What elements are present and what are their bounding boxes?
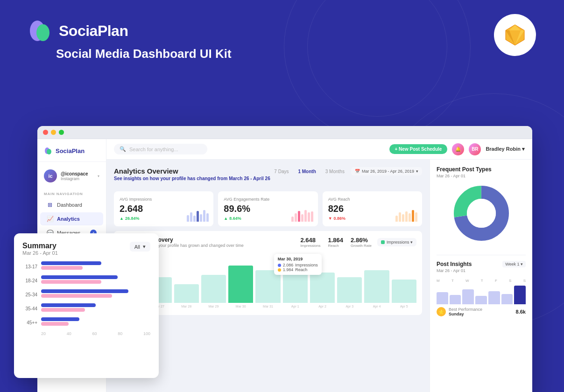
insight-bar-t1	[450, 295, 461, 304]
mini-bar	[203, 210, 205, 222]
mini-bar	[308, 212, 310, 222]
sidebar-username: @iconspace	[61, 171, 94, 176]
growth-stat-growth-value: 2.86%	[351, 237, 372, 244]
hbar-bars	[41, 303, 150, 314]
summary-filter[interactable]: All ▾	[130, 242, 150, 252]
hbar-row-35-44: 35-44	[22, 303, 150, 314]
x-label: Apr 4	[364, 305, 389, 308]
hbar-label: 18-24	[22, 278, 37, 283]
svg-point-8	[47, 149, 51, 154]
filter-dot	[381, 240, 385, 244]
topbar-right: + New Post Schedule 🔔 BR Bradley Robin ▾	[389, 143, 525, 155]
mini-bar	[200, 214, 202, 222]
time-filters: 7 Days 1 Month 3 Months 📅 Mar 26, 2019 -…	[271, 167, 422, 175]
filter-all-label: All	[134, 244, 140, 250]
sidebar-label-analytics: Analytics	[57, 216, 80, 222]
hbar-row-45plus: 45++	[22, 317, 150, 328]
day-m: M	[437, 279, 440, 283]
post-insights-date: Mar 26 - Apr 01	[437, 268, 472, 273]
stat-label-2: AVG Reach	[328, 197, 416, 202]
mini-bar	[206, 213, 209, 222]
donut-label-images: 72.64% Images	[508, 230, 523, 239]
post-types-date: Mar 26 - Apr 01	[437, 174, 526, 178]
mini-bar	[190, 212, 192, 222]
insight-bar-m	[437, 292, 448, 304]
new-post-button[interactable]: + New Post Schedule	[389, 144, 448, 154]
chart-bar	[364, 270, 389, 303]
search-box[interactable]: 🔍 Search for anything...	[114, 144, 207, 154]
x-label: Mar 28	[174, 305, 199, 308]
day-t2: T	[481, 279, 483, 283]
axis-label: 100	[143, 331, 150, 336]
filter-3months[interactable]: 3 Months	[323, 168, 347, 175]
svg-point-11	[467, 199, 496, 228]
hbar-row-13-17: 13-17	[22, 261, 150, 272]
insights-header: Post Insights Mar 26 - Apr 01 Week 1 ▾	[437, 261, 526, 278]
day-f: F	[495, 279, 497, 283]
impressions-filter[interactable]: Impressions ▾	[377, 238, 416, 246]
mini-bar	[193, 216, 196, 222]
analytics-header-row: Analytics Overview See insights on how y…	[114, 167, 422, 187]
growth-stat-growth-label: Growth Rate	[351, 244, 372, 248]
mini-bar	[187, 215, 189, 222]
chart-x-labels: Mar 26 Mar 27 Mar 28 Mar 29 Mar 30 Mar 3…	[120, 305, 416, 308]
hbar-bars	[41, 261, 150, 272]
x-label: Mar 29	[201, 305, 226, 308]
user-name: Bradley Robin ▾	[486, 146, 525, 152]
insights-days: M T W T F S S	[437, 279, 526, 283]
filter-7days[interactable]: 7 Days	[271, 168, 291, 175]
sidebar-item-dashboard[interactable]: ⊞ Dashboard	[40, 198, 103, 211]
hbar-row-25-34: 25-34	[22, 289, 150, 300]
stat-card-reach: AVG Reach 826 ▼ 0.86%	[323, 191, 422, 226]
x-label: Mar 30	[228, 305, 253, 308]
hbar-label: 13-17	[22, 264, 37, 269]
mini-bar	[291, 217, 294, 222]
growth-stat-reach-label: Reach	[328, 244, 344, 248]
analytics-subtitle: See insights on how your profile has cha…	[114, 176, 270, 181]
sidebar-item-analytics[interactable]: 📈 Analytics	[40, 212, 103, 225]
stat-card-engagement: AVG Engagements Rate 89.6% ▲ 8.64%	[218, 191, 317, 226]
tooltip-row-impressions: 2.086 Impressions	[278, 263, 318, 267]
hbar-bars	[41, 275, 150, 286]
day-t1: T	[451, 279, 454, 283]
hbar-bars	[41, 289, 150, 300]
week-select[interactable]: Week 1 ▾	[502, 261, 526, 267]
growth-section: Growth & Discovery See insights on how y…	[114, 231, 422, 315]
growth-stat-impressions-label: Impressions	[300, 244, 320, 248]
stat-label-1: AVG Engagements Rate	[224, 197, 312, 202]
hbar-bar-blue	[41, 275, 118, 279]
chart-bar	[201, 275, 226, 303]
mini-bar	[298, 211, 300, 222]
topbar: 🔍 Search for anything... + New Post Sche…	[106, 139, 532, 160]
mini-bar	[395, 216, 398, 222]
mini-bar	[415, 212, 417, 222]
post-types-title: Frequent Post Types	[437, 166, 526, 173]
analytics-title: Analytics Overview	[114, 167, 270, 175]
chart-bar	[337, 277, 362, 303]
hbar-bar-blue	[41, 303, 96, 307]
logo-area: SociaPlan Social Media Dashboard UI Kit	[28, 19, 260, 75]
hbar-bar-pink	[41, 266, 83, 270]
hbar-axis: 20 40 60 80 100	[22, 331, 150, 336]
chevron-down-icon: ▾	[143, 244, 146, 250]
search-icon: 🔍	[120, 146, 126, 152]
chart-bar	[174, 284, 199, 303]
chart-bar	[392, 280, 416, 303]
stat-mini-chart-0	[187, 205, 209, 222]
insight-bar-s2-active	[514, 286, 526, 304]
best-perf-day: Sunday	[449, 312, 482, 316]
date-range-selector[interactable]: 📅 Mar 26, 2019 - Apr 26, 2019 ▾	[351, 167, 422, 175]
filter-1month[interactable]: 1 Month	[295, 168, 318, 175]
insight-bar-s1	[501, 294, 513, 304]
maximize-dot	[59, 130, 64, 135]
notification-avatar: 🔔	[452, 143, 464, 155]
donut-chart	[451, 183, 512, 244]
stat-mini-chart-1	[291, 205, 313, 222]
mini-bar	[304, 210, 307, 222]
logo-icon	[28, 19, 52, 43]
panel-divider	[437, 255, 526, 255]
mini-bar	[197, 211, 199, 222]
sidebar-label-dashboard: Dashboard	[57, 202, 82, 208]
sketch-badge	[494, 14, 536, 56]
mini-bar	[301, 214, 303, 222]
